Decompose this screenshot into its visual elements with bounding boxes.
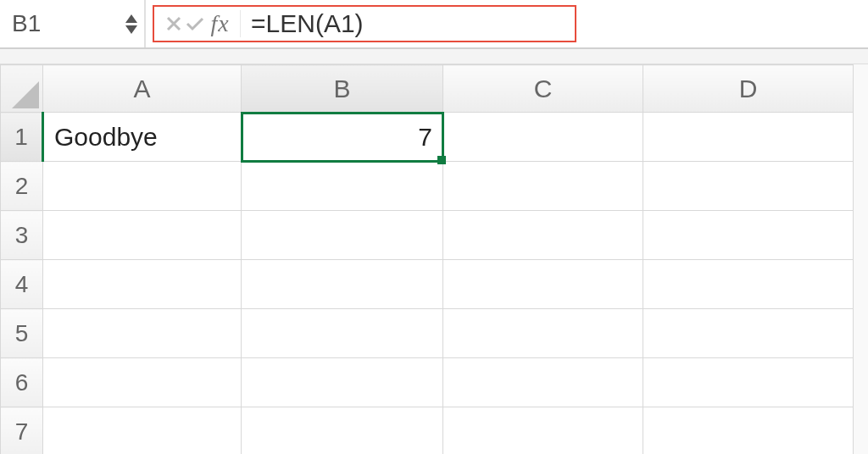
cell-A3[interactable] [43,211,242,260]
fx-label[interactable]: fx [206,10,240,37]
formula-bar: B1 fx [0,0,868,49]
col-head-B[interactable]: B [242,65,443,113]
cell-C4[interactable] [443,260,643,309]
select-all-corner[interactable] [1,65,43,113]
cell-A7[interactable] [43,407,242,455]
row-label: 4 [15,271,29,297]
cell-D3[interactable] [643,211,854,260]
row-label: 3 [15,222,29,248]
name-box[interactable]: B1 [0,0,146,47]
name-box-spinner[interactable] [125,14,137,34]
cell-D5[interactable] [643,309,854,358]
cell-value: Goodbye [54,123,158,151]
cell-D4[interactable] [643,260,854,309]
cell-C1[interactable] [443,113,643,162]
cell-A5[interactable] [43,309,242,358]
cell-B7[interactable] [242,407,443,455]
cell-B4[interactable] [242,260,443,309]
sheet-table: A B C D 1 Goodbye 7 2 3 [0,64,854,454]
spreadsheet-grid: A B C D 1 Goodbye 7 2 3 [0,64,868,454]
cell-B5[interactable] [242,309,443,358]
name-box-value: B1 [12,10,41,37]
cell-B2[interactable] [242,162,443,211]
col-head-C[interactable]: C [443,65,643,113]
chevron-up-icon[interactable] [125,14,137,23]
row-label: 5 [15,320,29,346]
cell-C7[interactable] [443,407,643,455]
formula-input[interactable] [251,9,573,38]
cell-value: 7 [418,123,432,151]
fill-handle[interactable] [437,156,446,164]
cell-D2[interactable] [643,162,854,211]
cell-A1[interactable]: Goodbye [43,113,242,162]
chevron-down-icon[interactable] [125,25,137,34]
check-icon [185,15,205,32]
formula-area-highlight: fx [153,5,576,42]
cell-C6[interactable] [443,358,643,407]
cell-C5[interactable] [443,309,643,358]
cell-A6[interactable] [43,358,242,407]
row-head-7[interactable]: 7 [1,407,43,455]
x-icon [165,15,182,32]
cell-D7[interactable] [643,407,854,455]
divider [240,10,241,37]
cell-D6[interactable] [643,358,854,407]
row-head-2[interactable]: 2 [1,162,43,211]
cell-A2[interactable] [43,162,242,211]
confirm-formula-button[interactable] [184,7,205,41]
header-gap [0,49,868,64]
col-label: D [739,75,758,102]
cell-B6[interactable] [242,358,443,407]
row-head-3[interactable]: 3 [1,211,43,260]
cell-C3[interactable] [443,211,643,260]
row-head-5[interactable]: 5 [1,309,43,358]
cell-B1[interactable]: 7 [242,113,443,162]
row-label: 6 [15,369,29,396]
cell-D1[interactable] [643,113,854,162]
cancel-formula-button[interactable] [163,7,184,41]
row-head-1[interactable]: 1 [1,113,43,162]
col-label: A [133,75,150,102]
col-label: C [534,75,553,102]
row-label: 1 [14,124,28,150]
cell-A4[interactable] [43,260,242,309]
row-head-6[interactable]: 6 [1,358,43,407]
col-head-A[interactable]: A [43,65,242,113]
col-label: B [333,75,350,102]
col-head-D[interactable]: D [643,65,854,113]
cell-C2[interactable] [443,162,643,211]
row-head-4[interactable]: 4 [1,260,43,309]
row-label: 7 [15,418,29,445]
cell-B3[interactable] [242,211,443,260]
row-label: 2 [15,173,29,199]
